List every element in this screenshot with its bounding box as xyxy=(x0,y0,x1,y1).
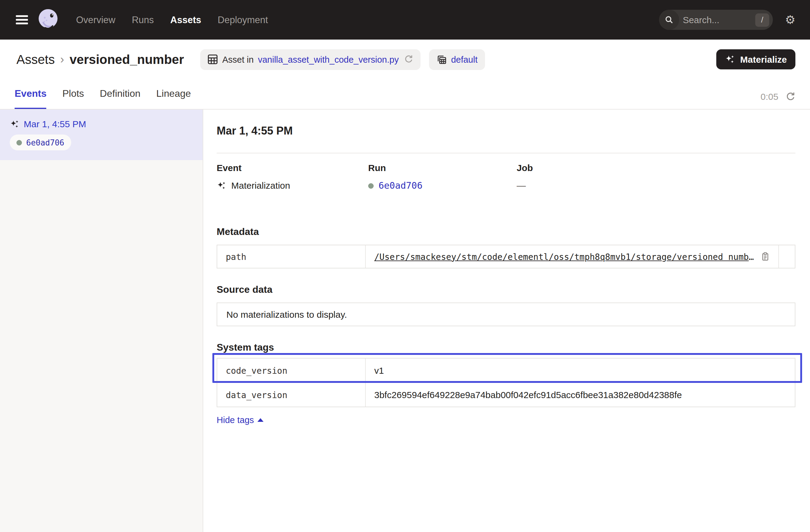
tabs-bar: Events Plots Definition Lineage 0:05 xyxy=(0,79,810,110)
table-row-code-version: code_version v1 xyxy=(217,358,795,382)
asset-definition-file-link[interactable]: vanilla_asset_with_code_version.py xyxy=(258,54,399,64)
event-list-item-selected[interactable]: Mar 1, 4:55 PM 6e0ad706 xyxy=(0,110,202,160)
search-input[interactable] xyxy=(679,15,755,25)
run-id-badge[interactable]: 6e0ad706 xyxy=(10,134,71,150)
refresh-status: 0:05 xyxy=(761,91,795,109)
repository-chip: default xyxy=(429,49,485,70)
event-summary-grid: Event Materialization Run xyxy=(217,162,795,191)
materialization-sparkle-icon xyxy=(10,119,19,129)
nav-item-runs[interactable]: Runs xyxy=(132,0,154,39)
materialize-button[interactable]: Materialize xyxy=(717,49,795,69)
metadata-heading: Metadata xyxy=(217,226,795,237)
metadata-key-path: path xyxy=(217,245,366,268)
job-empty-value: — xyxy=(517,180,526,191)
system-tags-heading: System tags xyxy=(217,342,795,353)
source-data-empty-box: No materializations to display. xyxy=(217,303,795,326)
run-id-label: 6e0ad706 xyxy=(26,138,64,147)
materialization-sparkle-icon xyxy=(217,180,226,190)
run-status-dot xyxy=(16,140,22,145)
tag-key: code_version xyxy=(217,358,366,382)
event-column: Event Materialization xyxy=(217,162,368,191)
job-column-label: Job xyxy=(517,162,795,173)
breadcrumb-assets-link[interactable]: Assets xyxy=(16,52,55,67)
system-tags-section: System tags code_version v1 data_version… xyxy=(217,342,795,425)
tag-value: 3bfc269594ef649228e9a74bab00f042efc91d5a… xyxy=(366,383,795,407)
tag-value: v1 xyxy=(366,358,795,382)
run-status-dot xyxy=(368,183,374,188)
tabs: Events Plots Definition Lineage xyxy=(15,88,191,109)
event-timestamp: Mar 1, 4:55 PM xyxy=(24,119,86,129)
asset-header: Assets › versioned_number Asset in vanil… xyxy=(0,39,810,79)
hamburger-menu-icon[interactable] xyxy=(16,15,28,25)
tab-lineage[interactable]: Lineage xyxy=(157,88,191,109)
content-body: Mar 1, 4:55 PM 6e0ad706 Mar 1, 4:55 PM E… xyxy=(0,110,810,532)
search-icon xyxy=(659,10,679,30)
metadata-end-cell xyxy=(779,245,795,268)
sparkle-icon xyxy=(725,54,735,65)
metadata-table: path /Users/smackesey/stm/code/elementl/… xyxy=(217,245,795,269)
tab-definition[interactable]: Definition xyxy=(100,88,140,109)
header-chips: Asset in vanilla_asset_with_code_version… xyxy=(200,49,485,70)
search-box[interactable]: / xyxy=(659,10,773,30)
metadata-section: Metadata path /Users/smackesey/stm/code/… xyxy=(217,226,795,269)
metadata-path-link[interactable]: /Users/smackesey/stm/code/elementl/oss/t… xyxy=(374,252,755,261)
job-column: Job — xyxy=(517,162,795,191)
hide-tags-link[interactable]: Hide tags xyxy=(217,415,264,425)
viewport: Overview Runs Assets Deployment / ⚙ Asse… xyxy=(0,0,810,532)
hide-tags-label: Hide tags xyxy=(217,415,254,425)
metadata-value-cell: /Users/smackesey/stm/code/elementl/oss/t… xyxy=(366,245,779,268)
dagster-logo-icon[interactable] xyxy=(36,7,60,33)
source-data-section: Source data No materializations to displ… xyxy=(217,284,795,326)
run-column-label: Run xyxy=(368,162,517,173)
asset-grid-icon xyxy=(208,54,218,65)
materialize-button-label: Materialize xyxy=(740,54,787,65)
event-column-label: Event xyxy=(217,162,368,173)
nav-item-overview[interactable]: Overview xyxy=(76,0,115,39)
source-data-heading: Source data xyxy=(217,284,795,295)
asset-chip-prefix: Asset in xyxy=(223,54,254,64)
breadcrumb-separator: › xyxy=(60,53,64,66)
event-detail-title: Mar 1, 4:55 PM xyxy=(217,125,795,138)
nav-item-deployment[interactable]: Deployment xyxy=(217,0,268,39)
nav-right: / ⚙ xyxy=(659,10,795,30)
source-data-empty-message: No materializations to display. xyxy=(226,309,347,320)
events-sidebar: Mar 1, 4:55 PM 6e0ad706 xyxy=(0,110,203,532)
top-nav: Overview Runs Assets Deployment / ⚙ xyxy=(0,0,810,39)
repo-grid-icon xyxy=(436,54,447,65)
table-row-data-version: data_version 3bfc269594ef649228e9a74bab0… xyxy=(217,382,795,407)
event-type-value: Materialization xyxy=(231,180,290,191)
caret-up-icon xyxy=(258,418,264,422)
dagster-app: Overview Runs Assets Deployment / ⚙ Asse… xyxy=(0,0,810,532)
asset-definition-chip: Asset in vanilla_asset_with_code_version… xyxy=(200,49,421,70)
reload-definition-icon[interactable] xyxy=(404,55,413,64)
nav-item-assets[interactable]: Assets xyxy=(171,0,201,39)
run-id-link[interactable]: 6e0ad706 xyxy=(378,180,423,191)
breadcrumb-asset-name: versioned_number xyxy=(70,52,184,67)
tab-plots[interactable]: Plots xyxy=(62,88,84,109)
search-shortcut-badge: / xyxy=(755,13,769,27)
divider xyxy=(217,153,795,154)
refresh-countdown: 0:05 xyxy=(761,91,778,102)
run-column: Run 6e0ad706 xyxy=(368,162,517,191)
tab-events[interactable]: Events xyxy=(15,88,47,109)
tag-key: data_version xyxy=(217,383,366,407)
settings-gear-icon[interactable]: ⚙ xyxy=(785,14,795,26)
repository-default-link[interactable]: default xyxy=(451,54,477,64)
copy-path-icon[interactable] xyxy=(761,252,770,261)
refresh-icon[interactable] xyxy=(785,92,795,101)
system-tags-table: code_version v1 data_version 3bfc269594e… xyxy=(217,358,795,407)
event-detail-panel: Mar 1, 4:55 PM Event Materialization xyxy=(203,110,810,532)
nav-links: Overview Runs Assets Deployment xyxy=(76,0,268,39)
